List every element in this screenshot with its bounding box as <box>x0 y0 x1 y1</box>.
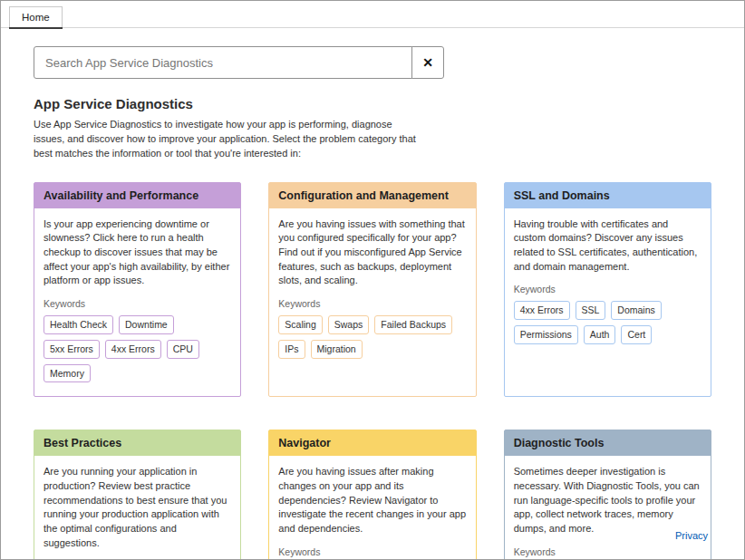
category-title: Availability and Performance <box>34 183 240 208</box>
category-card-ssl-and-domains[interactable]: SSL and Domains Having trouble with cert… <box>504 182 711 398</box>
search-input[interactable] <box>34 46 412 79</box>
category-title: SSL and Domains <box>505 183 711 208</box>
keyword-chip[interactable]: 4xx Errors <box>514 301 570 320</box>
tab-bar: Home <box>1 1 744 28</box>
keywords-label: Keywords <box>278 546 466 559</box>
keyword-chip[interactable]: Domains <box>611 301 661 320</box>
clear-search-button[interactable]: ✕ <box>411 46 444 79</box>
category-title: Navigator <box>269 430 475 456</box>
keyword-chip[interactable]: Downtime <box>119 315 174 334</box>
category-card-navigator[interactable]: Navigator Are you having issues after ma… <box>268 430 476 560</box>
main-content: ✕ App Service Diagnostics Use App Servic… <box>1 46 744 560</box>
keyword-chip[interactable]: Failed Backups <box>374 315 452 334</box>
category-grid: Availability and Performance Is your app… <box>34 182 711 560</box>
privacy-link[interactable]: Privacy <box>675 530 708 541</box>
category-title: Best Practices <box>34 430 240 456</box>
keyword-chip[interactable]: SSL <box>576 301 606 320</box>
keywords-label: Keywords <box>278 297 466 311</box>
keyword-chip[interactable]: CPU <box>167 340 199 359</box>
keywords-label: Keywords <box>44 297 231 311</box>
keyword-chip[interactable]: Cert <box>621 325 652 344</box>
keyword-chip[interactable]: Swaps <box>328 315 370 334</box>
keyword-chip[interactable]: 5xx Errors <box>44 340 100 359</box>
category-body: Sometimes deeper investigation is necess… <box>505 456 711 560</box>
keyword-chip[interactable]: 4xx Errors <box>105 340 161 359</box>
category-description: Having trouble with certificates and cus… <box>514 217 701 274</box>
category-title: Diagnostic Tools <box>505 430 711 456</box>
category-description: Is your app experiencing downtime or slo… <box>44 217 231 288</box>
category-description: Are you having issues with something tha… <box>278 217 466 288</box>
keyword-chip[interactable]: Memory <box>44 364 91 383</box>
category-body: Are you having issues with something tha… <box>269 208 475 372</box>
keyword-list: ScalingSwapsFailed BackupsIPsMigration <box>278 313 466 362</box>
keyword-chip[interactable]: Migration <box>311 340 363 359</box>
keyword-chip[interactable]: Permissions <box>514 325 578 344</box>
keyword-list: Health CheckDowntime5xx Errors4xx Errors… <box>44 313 231 386</box>
category-card-configuration-and-management[interactable]: Configuration and Management Are you hav… <box>268 182 476 398</box>
tab-home[interactable]: Home <box>9 6 63 28</box>
category-card-availability-and-performance[interactable]: Availability and Performance Is your app… <box>34 182 241 398</box>
keyword-list: 4xx ErrorsSSLDomainsPermissionsAuthCert <box>514 298 701 347</box>
category-description: Are you having issues after making chang… <box>278 465 466 536</box>
category-body: Having trouble with certificates and cus… <box>505 208 711 358</box>
category-body: Are you having issues after making chang… <box>269 456 475 560</box>
keywords-label: Keywords <box>514 283 701 296</box>
page-title: App Service Diagnostics <box>34 96 711 111</box>
keyword-chip[interactable]: Scaling <box>278 315 322 334</box>
close-icon: ✕ <box>422 55 433 70</box>
keyword-chip[interactable]: IPs <box>278 340 305 359</box>
category-card-best-practices[interactable]: Best Practices Are you running your appl… <box>34 430 241 560</box>
keywords-label: Keywords <box>514 546 701 559</box>
category-title: Configuration and Management <box>269 183 475 208</box>
category-description: Are you running your application in prod… <box>44 465 231 550</box>
page-intro: Use App Service Diagnostics to investiga… <box>34 118 425 161</box>
keyword-chip[interactable]: Auth <box>584 325 616 344</box>
search-bar: ✕ <box>34 46 444 79</box>
keyword-chip[interactable]: Health Check <box>44 315 113 334</box>
category-description: Sometimes deeper investigation is necess… <box>514 465 701 536</box>
category-body: Are you running your application in prod… <box>34 456 240 560</box>
category-body: Is your app experiencing downtime or slo… <box>34 208 240 397</box>
